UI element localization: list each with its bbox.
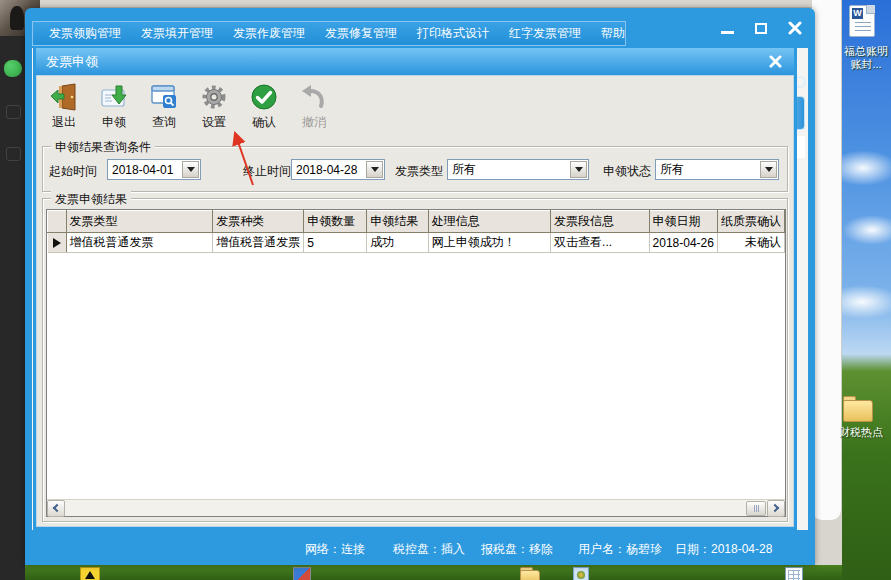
doc-icon: W: [849, 5, 875, 37]
combo-value: 2018-04-01: [108, 163, 181, 177]
close-button[interactable]: [787, 20, 803, 36]
dialog-title-bar: 发票申领: [36, 48, 794, 75]
column-header[interactable]: 申领日期: [649, 211, 717, 233]
horizontal-scrollbar[interactable]: [47, 499, 785, 516]
column-header[interactable]: 纸质票确认: [717, 211, 784, 233]
settings-button[interactable]: 设置: [191, 80, 237, 136]
background-window-strip: [40, 0, 812, 8]
undo-button[interactable]: 撤消: [291, 80, 337, 136]
start-time-combobox[interactable]: 2018-04-01: [107, 159, 201, 180]
dropdown-button[interactable]: [182, 161, 199, 178]
start-time-label: 起始时间: [49, 163, 97, 180]
apply-button[interactable]: 申领: [91, 80, 137, 136]
combo-value: 所有: [656, 161, 759, 178]
dialog-title: 发票申领: [46, 53, 98, 71]
column-header[interactable]: 申领数量: [304, 211, 367, 233]
cell-invoice-type[interactable]: 增值税普通发票: [66, 233, 213, 253]
app-window: 发票领购管理 发票填开管理 发票作废管理 发票修复管理 打印格式设计 红字发票管…: [25, 8, 815, 565]
menu-item-invoice-void[interactable]: 发票作废管理: [223, 22, 315, 45]
dropdown-button[interactable]: [366, 161, 383, 178]
scroll-right-button[interactable]: [767, 500, 785, 517]
gear-icon: [199, 82, 229, 112]
chevron-right-icon: [771, 504, 779, 512]
search-window-icon: [149, 82, 179, 112]
menu-item-invoice-purchase[interactable]: 发票领购管理: [39, 22, 131, 45]
dropdown-button[interactable]: [570, 161, 587, 178]
results-grid: 发票类型 发票种类 申领数量 申领结果 处理信息 发票段信息 申领日期 纸质票确…: [46, 209, 786, 517]
status-date: 日期：2018-04-28: [675, 541, 772, 558]
app-icon: [573, 567, 589, 580]
menu-item-invoice-fill[interactable]: 发票填开管理: [131, 22, 223, 45]
undo-arrow-icon: [299, 82, 329, 112]
chevron-down-icon: [765, 167, 773, 172]
dialog-body: 退出 申领: [36, 75, 794, 527]
scrollbar-thumb[interactable]: [746, 501, 766, 516]
invoice-type-combobox[interactable]: 所有: [447, 159, 589, 180]
sidebar-ghost-icon: [6, 147, 21, 161]
invoice-type-label: 发票类型: [395, 163, 443, 180]
combo-value: 所有: [448, 161, 569, 178]
column-header[interactable]: 发票类型: [66, 211, 213, 233]
app-icon: [293, 567, 311, 580]
scroll-left-button[interactable]: [47, 500, 65, 517]
query-button[interactable]: 查询: [141, 80, 187, 136]
end-time-label: 终止时间: [243, 163, 291, 180]
status-bar: 网络：连接 税控盘：插入 报税盘：移除 用户名：杨碧珍 日期：2018-04-2…: [25, 530, 815, 565]
background-sidebar: [0, 0, 25, 580]
exit-door-icon: [49, 82, 79, 112]
apply-download-icon: [99, 82, 129, 112]
cell-segment-info[interactable]: 双击查看...: [551, 233, 649, 253]
arrow-up-icon: [80, 567, 100, 580]
close-icon: [788, 21, 802, 35]
column-header[interactable]: 发票种类: [213, 211, 304, 233]
apply-results-group: 发票申领结果 发票类型 发票种类 申领数量 申领结果: [42, 198, 788, 522]
results-table: 发票类型 发票种类 申领数量 申领结果 处理信息 发票段信息 申领日期 纸质票确…: [47, 210, 785, 253]
column-header[interactable]: 处理信息: [428, 211, 550, 233]
invoice-apply-dialog: 发票申领 退出: [33, 48, 797, 530]
exit-button[interactable]: 退出: [41, 80, 87, 136]
cell-apply-result[interactable]: 成功: [367, 233, 428, 253]
desktop-icon-label: 财税热点: [831, 426, 891, 439]
combo-value: 2018-04-28: [292, 163, 365, 177]
apply-state-label: 申领状态: [603, 163, 651, 180]
cell-apply-quantity[interactable]: 5: [304, 233, 367, 253]
cell-paper-confirm[interactable]: 未确认: [717, 233, 784, 253]
menu-item-red-invoice[interactable]: 红字发票管理: [499, 22, 591, 45]
cell-process-info[interactable]: 网上申领成功！: [428, 233, 550, 253]
menu-item-help[interactable]: 帮助: [591, 22, 635, 45]
maximize-button[interactable]: [753, 20, 769, 36]
word-document-icon[interactable]: W 福总账明 账封...: [845, 5, 879, 43]
spreadsheet-icon: [785, 567, 803, 580]
status-report-disk: 报税盘：移除: [481, 541, 553, 558]
group-title: 申领结果查询条件: [51, 139, 155, 156]
folder-icon: [520, 567, 540, 580]
menu-item-invoice-repair[interactable]: 发票修复管理: [315, 22, 407, 45]
chevron-down-icon: [575, 167, 583, 172]
tool-label: 撤消: [302, 114, 326, 131]
column-header[interactable]: 申领结果: [367, 211, 428, 233]
confirm-check-icon: [249, 82, 279, 112]
confirm-button[interactable]: 确认: [241, 80, 287, 136]
query-conditions-group: 申领结果查询条件 起始时间 2018-04-01 终止时间 2018-04-28…: [42, 146, 788, 192]
desktop-wallpaper: [842, 0, 891, 580]
background-window: [812, 0, 842, 520]
folder-icon[interactable]: 财税热点: [843, 400, 879, 430]
cell-apply-date[interactable]: 2018-04-26: [649, 233, 717, 253]
tool-label: 申领: [102, 114, 126, 131]
table-row[interactable]: 增值税普通发票 增值税普通发票 5 成功 网上申领成功！ 双击查看... 201…: [48, 233, 785, 253]
apply-state-combobox[interactable]: 所有: [655, 159, 779, 180]
menu-item-print-format[interactable]: 打印格式设计: [407, 22, 499, 45]
dialog-close-button[interactable]: [766, 53, 784, 71]
status-username: 用户名：杨碧珍: [578, 541, 662, 558]
chevron-left-icon: [53, 504, 61, 512]
dropdown-button[interactable]: [760, 161, 777, 178]
menu-bar: 发票领购管理 发票填开管理 发票作废管理 发票修复管理 打印格式设计 红字发票管…: [32, 21, 626, 46]
tool-label: 查询: [152, 114, 176, 131]
toolbar: 退出 申领: [41, 80, 337, 138]
window-controls: [719, 19, 803, 37]
column-header[interactable]: 发票段信息: [551, 211, 649, 233]
cell-invoice-kind[interactable]: 增值税普通发票: [213, 233, 304, 253]
end-time-combobox[interactable]: 2018-04-28: [291, 159, 385, 180]
chevron-down-icon: [187, 167, 195, 172]
minimize-button[interactable]: [719, 20, 735, 36]
